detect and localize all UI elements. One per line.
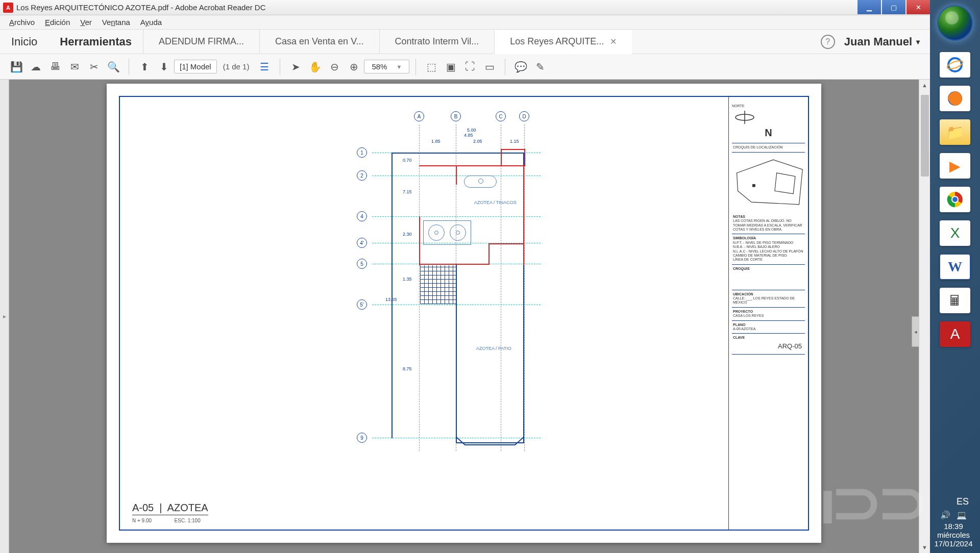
grid-col-A: A xyxy=(414,111,424,121)
menu-archivo[interactable]: Archivo xyxy=(4,16,40,29)
dim: 4.85 xyxy=(464,133,473,138)
tabbar: Inicio Herramientas ADENDUM FIRMA... Cas… xyxy=(0,30,930,54)
app-icon: A xyxy=(3,3,13,13)
doc-tab-3[interactable]: Los Reyes ARQUITE...✕ xyxy=(494,30,632,54)
cloud-icon[interactable]: ☁ xyxy=(27,58,45,76)
fit-page-icon[interactable]: ▣ xyxy=(442,58,460,76)
menu-ayuda[interactable]: Ayuda xyxy=(135,16,167,29)
north-n: N xyxy=(732,127,805,139)
dim: 0.70 xyxy=(403,158,412,163)
label-azotea-patio: AZOTEA / PATIO xyxy=(476,346,511,351)
acrobat-icon[interactable]: A xyxy=(940,321,970,347)
page-up-icon[interactable]: ⬆ xyxy=(135,58,154,76)
scroll-down-icon[interactable]: ▼ xyxy=(919,542,930,553)
user-menu[interactable]: Juan Manuel xyxy=(844,35,930,48)
media-player-icon[interactable]: ▶ xyxy=(940,153,970,179)
page-indicator[interactable]: [1] Model xyxy=(174,60,217,73)
dim: 1.35 xyxy=(403,276,412,282)
word-icon[interactable]: W xyxy=(940,254,970,280)
dim: 2.30 xyxy=(403,232,412,237)
north-label: NORTE xyxy=(732,104,805,108)
help-icon[interactable]: ? xyxy=(821,35,835,49)
doc-tab-0[interactable]: ADENDUM FIRMA... xyxy=(143,30,259,54)
thumbnails-icon[interactable]: ☰ xyxy=(255,58,274,76)
page-count: (1 de 1) xyxy=(223,62,250,71)
clock-time[interactable]: 18:39 xyxy=(931,522,976,531)
window-title: Los Reyes ARQUITECTÓNICO AZOTEA.pdf - Ad… xyxy=(16,3,857,12)
clock-day: miércoles xyxy=(931,531,976,539)
grid-row-5: 5 xyxy=(357,259,367,269)
svg-marker-3 xyxy=(775,173,795,194)
dim: 2.05 xyxy=(473,139,482,144)
titlebar: A Los Reyes ARQUITECTÓNICO AZOTEA.pdf - … xyxy=(0,0,930,15)
excel-icon[interactable]: X xyxy=(940,220,970,246)
dim: 8.75 xyxy=(403,366,412,371)
network-icon[interactable]: 💻 xyxy=(957,510,967,520)
left-panel-toggle[interactable]: ▸ xyxy=(0,80,9,553)
comment-icon[interactable]: 💬 xyxy=(511,58,530,76)
read-icon[interactable]: ▭ xyxy=(480,58,499,76)
label-azotea-tinacos: AZOTEA / TINACOS xyxy=(474,200,517,205)
zoom-select[interactable]: 58%▼ xyxy=(364,60,409,73)
grid-row-4p: 4' xyxy=(357,238,367,248)
start-button[interactable] xyxy=(937,5,973,41)
minimize-button[interactable]: ▁ xyxy=(857,0,881,14)
sign-icon[interactable]: ✎ xyxy=(531,58,549,76)
grid-row-5p: 5' xyxy=(357,299,367,310)
clock-date: 17/01/2024 xyxy=(931,539,976,548)
save-icon[interactable]: 💾 xyxy=(7,58,26,76)
close-button[interactable]: ✕ xyxy=(906,0,930,14)
zoom-out-icon[interactable]: ⊖ xyxy=(325,58,344,76)
grid-row-9: 9 xyxy=(357,433,367,443)
herramientas-button[interactable]: Herramientas xyxy=(48,30,143,54)
page-down-icon[interactable]: ⬇ xyxy=(155,58,173,76)
inicio-button[interactable]: Inicio xyxy=(0,30,48,54)
volume-icon[interactable]: 🔊 xyxy=(940,510,950,520)
document-viewport[interactable]: A B C D 1 2 4 4' 5 5' 9 xyxy=(9,80,919,553)
zoom-in-icon[interactable]: ⊕ xyxy=(345,58,363,76)
mail-icon[interactable]: ✉ xyxy=(65,58,84,76)
explorer-icon[interactable]: 📁 xyxy=(940,119,970,145)
dim: 1.15 xyxy=(510,139,519,144)
svg-marker-2 xyxy=(737,160,803,205)
chrome-icon[interactable] xyxy=(940,187,970,212)
menu-ventana[interactable]: Ventana xyxy=(97,16,135,29)
sheet-title: A-05 | AZOTEA N + 9.00 ESC. 1:100 xyxy=(132,502,208,524)
grid-col-D: D xyxy=(519,111,529,121)
grid-row-4: 4 xyxy=(357,211,367,221)
title-block: NORTE N CROQUIS DE LOCALIZACIÓN NOTASLAS… xyxy=(728,97,808,530)
doc-tab-2[interactable]: Contrato Interm Vil... xyxy=(379,30,495,54)
doc-tab-1[interactable]: Casa en Venta en V... xyxy=(259,30,379,54)
search-icon[interactable]: 🔍 xyxy=(104,58,122,76)
north-arrow-icon xyxy=(732,108,757,127)
fullscreen-icon[interactable]: ⛶ xyxy=(461,58,479,76)
cut-icon[interactable]: ✂ xyxy=(85,58,103,76)
calculator-icon[interactable]: 🖩 xyxy=(940,288,970,313)
dim: 1.85 xyxy=(431,139,440,144)
windows-taskbar: 📁 ▶ X W 🖩 A xyxy=(930,0,980,553)
print-icon[interactable]: 🖶 xyxy=(46,58,64,76)
select-icon[interactable]: ➤ xyxy=(286,58,305,76)
toolbar: 💾 ☁ 🖶 ✉ ✂ 🔍 ⬆ ⬇ [1] Model (1 de 1) ☰ ➤ ✋… xyxy=(0,54,930,80)
menu-ver[interactable]: Ver xyxy=(75,16,97,29)
language-indicator[interactable]: ES xyxy=(931,496,976,507)
system-tray: ES 🔊 💻 18:39 miércoles 17/01/2024 xyxy=(931,496,976,548)
scroll-up-icon[interactable]: ▲ xyxy=(919,80,930,91)
maximize-button[interactable]: ▢ xyxy=(882,0,905,14)
scroll-thumb[interactable] xyxy=(921,95,929,177)
svg-point-5 xyxy=(948,58,962,71)
right-panel-toggle[interactable]: ◂ xyxy=(912,316,919,347)
dim: 7.15 xyxy=(403,189,412,194)
hand-icon[interactable]: ✋ xyxy=(306,58,324,76)
content-area: ▸ A B C D 1 2 4 4' 5 5' 9 xyxy=(0,80,930,553)
menu-edicion[interactable]: Edición xyxy=(40,16,75,29)
vertical-scrollbar[interactable]: ▲ ▼ xyxy=(919,80,930,553)
grid-row-1: 1 xyxy=(357,147,367,158)
hatch-area xyxy=(420,265,456,304)
fit-width-icon[interactable]: ⬚ xyxy=(422,58,440,76)
ie-icon[interactable] xyxy=(940,52,970,78)
location-map xyxy=(732,155,805,211)
tab-close-icon[interactable]: ✕ xyxy=(610,37,617,46)
menubar: Archivo Edición Ver Ventana Ayuda xyxy=(0,15,930,30)
firefox-icon[interactable] xyxy=(940,86,970,111)
